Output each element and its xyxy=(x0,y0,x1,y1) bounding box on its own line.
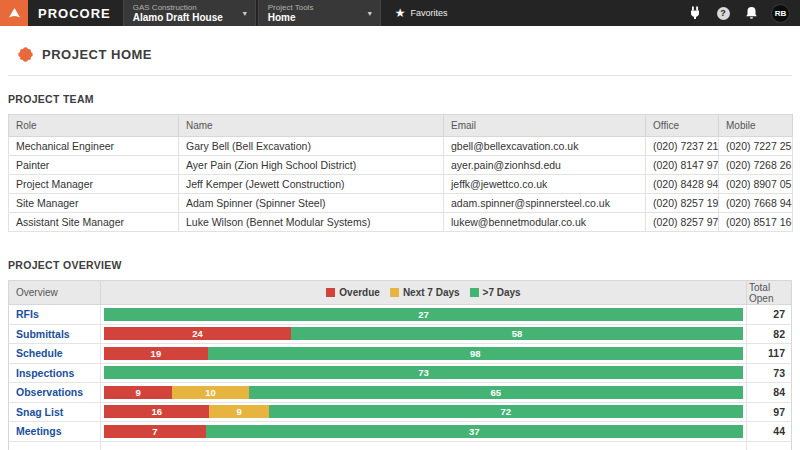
favorites-label: Favorites xyxy=(411,8,448,18)
legend-label: Next 7 Days xyxy=(403,287,460,298)
category-link-schedule[interactable]: Schedule xyxy=(16,347,63,359)
column-header-mobile: Mobile xyxy=(719,115,793,137)
team-cell-mobile: (020) 7268 2659 xyxy=(719,156,793,175)
team-cell-email: adam.spinner@spinnersteel.co.uk xyxy=(444,194,646,213)
table-row: Assistant Site ManagerLuke Wilson (Benne… xyxy=(9,213,793,232)
table-row: PainterAyer Pain (Zion High School Distr… xyxy=(9,156,793,175)
page-title: PROJECT HOME xyxy=(42,47,152,62)
total-open-value: 82 xyxy=(773,328,785,340)
team-header-row: RoleNameEmailOfficeMobile xyxy=(9,115,793,137)
bar-segment-7-days[interactable]: 98 xyxy=(208,347,743,360)
category-link-submittals[interactable]: Submittals xyxy=(16,328,70,340)
category-link-snag-list[interactable]: Snag List xyxy=(16,406,63,418)
procore-mark-icon xyxy=(8,7,21,19)
bar-segment-overdue[interactable]: 19 xyxy=(104,347,208,360)
tools-label: Project Tools xyxy=(268,3,314,12)
team-cell-name: Ayer Pain (Zion High School District) xyxy=(179,156,444,175)
overview-row: RFIs2727 xyxy=(9,305,791,325)
bar-value-label: 98 xyxy=(470,348,481,359)
team-cell-name: Gary Bell (Bell Excavation) xyxy=(179,137,444,156)
total-open-value: 84 xyxy=(773,386,785,398)
team-cell-email: ayer.pain@zionhsd.edu xyxy=(444,156,646,175)
bar-segment-overdue[interactable]: 16 xyxy=(104,405,209,418)
column-header-name: Name xyxy=(179,115,444,137)
chevron-down-icon: ▾ xyxy=(368,9,372,18)
chart-legend: OverdueNext 7 Days>7 Days xyxy=(326,287,520,298)
favorites-button[interactable]: ★ Favorites xyxy=(381,0,458,26)
bar-segment-7-days[interactable]: 73 xyxy=(104,366,743,379)
bar-segment-7-days[interactable]: 37 xyxy=(206,425,743,438)
main-content: PROJECT HOME PROJECT TEAM RoleNameEmailO… xyxy=(0,47,800,450)
category-link-observations[interactable]: Observations xyxy=(16,386,83,398)
stacked-bar: 16972 xyxy=(104,405,743,418)
team-cell-office: (020) 8147 9722 xyxy=(646,156,719,175)
table-row: Mechanical EngineerGary Bell (Bell Excav… xyxy=(9,137,793,156)
procore-logo: PROCORE xyxy=(28,0,123,26)
team-cell-name: Luke Wilson (Bennet Modular Systems) xyxy=(179,213,444,232)
team-cell-name: Adam Spinner (Spinner Steel) xyxy=(179,194,444,213)
team-cell-role: Project Manager xyxy=(9,175,179,194)
home-icon[interactable] xyxy=(0,0,28,26)
team-cell-email: lukew@bennetmodular.co.uk xyxy=(444,213,646,232)
total-open-value: 44 xyxy=(773,425,785,437)
legend-label: Overdue xyxy=(339,287,380,298)
team-cell-email: gbell@bellexcavation.co.uk xyxy=(444,137,646,156)
bar-segment-overdue[interactable]: 9 xyxy=(104,386,172,399)
bar-value-label: 9 xyxy=(136,387,141,398)
overview-row: Meetings73744 xyxy=(9,422,791,442)
category-link-rfis[interactable]: RFIs xyxy=(16,308,39,320)
plug-icon[interactable] xyxy=(687,5,703,21)
bar-value-label: 73 xyxy=(418,367,429,378)
help-icon[interactable]: ? xyxy=(715,5,731,21)
legend-item: Overdue xyxy=(326,287,380,298)
project-overview-table: Overview OverdueNext 7 Days>7 Days Total… xyxy=(8,280,792,450)
legend-swatch xyxy=(470,288,479,297)
chevron-down-icon: ▾ xyxy=(243,9,247,18)
bar-segment-overdue[interactable]: 7 xyxy=(104,425,206,438)
total-open-value: 117 xyxy=(768,347,785,359)
bar-segment-next-7-days[interactable]: 10 xyxy=(172,386,248,399)
star-icon: ★ xyxy=(395,7,406,19)
bar-segment-7-days[interactable]: 72 xyxy=(269,405,743,418)
bell-icon[interactable] xyxy=(743,5,759,21)
table-row: Site ManagerAdam Spinner (Spinner Steel)… xyxy=(9,194,793,213)
bar-segment-7-days[interactable]: 27 xyxy=(104,308,743,321)
project-home-icon xyxy=(18,47,33,62)
legend-item: Next 7 Days xyxy=(390,287,460,298)
stacked-bar: 73 xyxy=(104,366,743,379)
bar-segment-7-days[interactable]: 65 xyxy=(249,386,743,399)
team-cell-email: jeffk@jewettco.co.uk xyxy=(444,175,646,194)
bar-value-label: 37 xyxy=(469,426,480,437)
total-open-column-header: Total Open xyxy=(746,281,791,304)
team-cell-mobile: (020) 7227 2551 xyxy=(719,137,793,156)
overview-row-partial xyxy=(9,442,791,450)
stacked-bar: 2458 xyxy=(104,327,743,340)
bar-value-label: 65 xyxy=(490,387,501,398)
bar-segment-next-7-days[interactable]: 9 xyxy=(209,405,268,418)
project-name: Alamo Draft House xyxy=(133,12,223,24)
category-link-meetings[interactable]: Meetings xyxy=(16,425,62,437)
project-picker-dropdown[interactable]: GAS Construction Alamo Draft House ▾ xyxy=(123,0,256,26)
overview-column-header: Overview xyxy=(9,281,101,304)
team-cell-role: Painter xyxy=(9,156,179,175)
bar-segment-7-days[interactable]: 58 xyxy=(291,327,743,340)
topbar-actions: ? RB xyxy=(687,0,800,26)
bar-value-label: 9 xyxy=(236,406,241,417)
tool-picker-dropdown[interactable]: Project Tools Home ▾ xyxy=(258,0,381,26)
total-open-value: 73 xyxy=(773,367,785,379)
team-cell-mobile: (020) 8517 1668 xyxy=(719,213,793,232)
avatar[interactable]: RB xyxy=(771,4,790,23)
category-link-inspections[interactable]: Inspections xyxy=(16,367,74,379)
bar-value-label: 27 xyxy=(418,309,429,320)
divider xyxy=(8,75,792,76)
page-title-row: PROJECT HOME xyxy=(8,47,792,62)
column-header-office: Office xyxy=(646,115,719,137)
bar-value-label: 16 xyxy=(151,406,162,417)
overview-row: Inspections7373 xyxy=(9,364,791,384)
overview-section-heading: PROJECT OVERVIEW xyxy=(8,259,792,271)
bar-segment-overdue[interactable]: 24 xyxy=(104,327,291,340)
column-header-role: Role xyxy=(9,115,179,137)
project-team-table: RoleNameEmailOfficeMobile Mechanical Eng… xyxy=(8,114,793,232)
overview-row: Snag List1697297 xyxy=(9,403,791,423)
company-label: GAS Construction xyxy=(133,3,197,12)
